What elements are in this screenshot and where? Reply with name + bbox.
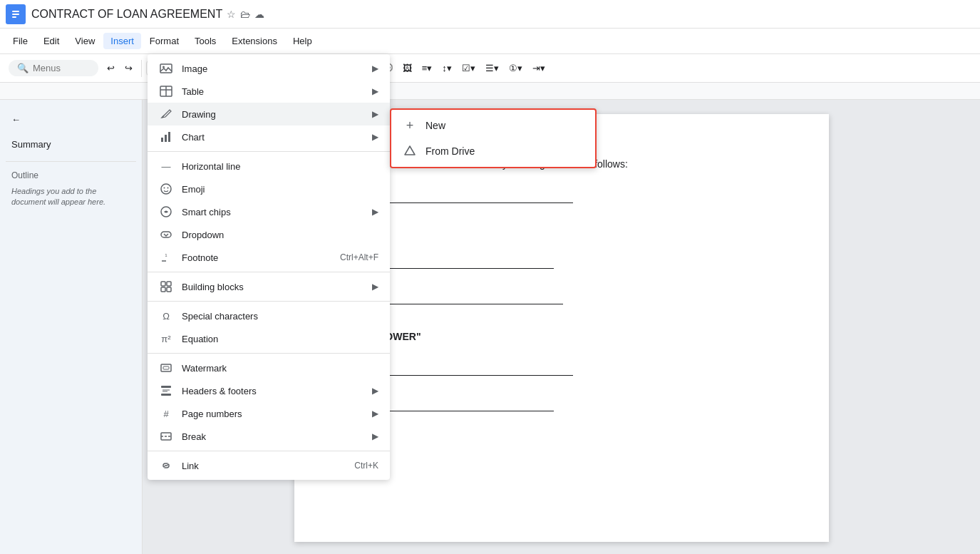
table-label: Table — [182, 86, 363, 97]
svg-marker-33 — [405, 146, 415, 155]
svg-rect-11 — [165, 135, 167, 142]
building-blocks-label: Building blocks — [182, 282, 363, 292]
image-menu-icon — [159, 61, 173, 76]
menu-item-footnote[interactable]: ¹ Footnote Ctrl+Alt+F — [148, 246, 390, 269]
svg-point-15 — [167, 188, 169, 189]
menu-item-break[interactable]: Break ▶ — [148, 425, 390, 448]
doc-line-by2: By: — [351, 401, 772, 416]
search-box[interactable]: 🔍 — [9, 60, 98, 76]
menu-extensions[interactable]: Extensions — [225, 33, 284, 49]
from-drive-label: From Drive — [425, 145, 475, 157]
chart-menu-icon — [159, 130, 173, 144]
special-chars-label: Special characters — [182, 311, 378, 322]
menu-item-smart-chips[interactable]: Smart chips ▶ — [148, 200, 390, 223]
menu-item-dropdown[interactable]: Dropdown — [148, 223, 390, 246]
doc-line-borrower: "BORROWER" — [351, 329, 772, 344]
horizontal-line-label: Horizontal line — [182, 161, 378, 172]
menu-item-table[interactable]: Table ▶ — [148, 80, 390, 103]
svg-rect-12 — [168, 132, 170, 142]
page-numbers-icon: # — [159, 406, 173, 421]
bullet-list-button[interactable]: ☰▾ — [481, 60, 503, 76]
menu-item-special-chars[interactable]: Ω Special characters — [148, 304, 390, 327]
align-button[interactable]: ≡▾ — [418, 60, 437, 76]
plus-icon: + — [403, 118, 417, 133]
smart-chips-label: Smart chips — [182, 207, 363, 217]
menu-divider-4 — [148, 353, 390, 354]
summary-label: Summary — [6, 136, 136, 155]
page-numbers-label: Page numbers — [182, 409, 363, 419]
svg-rect-23 — [167, 287, 171, 292]
svg-rect-26 — [161, 386, 171, 388]
line-spacing-button[interactable]: ↕▾ — [438, 60, 456, 76]
indent-button[interactable]: ⇥▾ — [528, 60, 550, 76]
building-blocks-arrow-icon: ▶ — [372, 282, 378, 292]
menu-item-emoji[interactable]: Emoji — [148, 178, 390, 200]
doc-line-signed2: Signed: — [351, 365, 772, 380]
top-bar: CONTRACT OF LOAN AGREEMENT ☆ 🗁 ☁ — [0, 0, 980, 29]
new-label: New — [425, 120, 445, 131]
equation-icon: π² — [159, 332, 173, 346]
svg-rect-27 — [161, 394, 171, 396]
smart-chips-arrow-icon: ▶ — [372, 207, 378, 217]
menu-insert[interactable]: Insert — [103, 33, 141, 49]
search-input[interactable] — [33, 63, 90, 73]
menu-format[interactable]: Format — [143, 33, 186, 49]
doc-content: set forth above as demonstrated by their… — [351, 157, 772, 416]
image-button[interactable]: 🖼 — [398, 60, 416, 76]
checklist-button[interactable]: ☑▾ — [458, 60, 480, 76]
emoji-menu-icon — [159, 182, 173, 196]
submenu-item-from-drive[interactable]: From Drive — [391, 138, 595, 164]
menu-item-chart[interactable]: Chart ▶ — [148, 125, 390, 148]
menu-item-watermark[interactable]: Watermark — [148, 356, 390, 379]
docs-icon — [6, 4, 26, 24]
numbered-list-button[interactable]: ①▾ — [505, 60, 527, 76]
cloud-icon[interactable]: ☁ — [254, 9, 264, 20]
svg-rect-3 — [12, 16, 16, 18]
redo-button[interactable]: ↪ — [120, 60, 137, 76]
image-label: Image — [182, 63, 363, 74]
dropdown-menu-icon — [159, 227, 173, 242]
menu-divider-1 — [148, 151, 390, 152]
menu-item-image[interactable]: Image ▶ — [148, 57, 390, 80]
sidebar-divider — [6, 161, 136, 162]
drawing-arrow-icon: ▶ — [372, 109, 378, 119]
menu-item-link[interactable]: Link Ctrl+K — [148, 454, 390, 477]
menu-item-horizontal-line[interactable]: — Horizontal line — [148, 155, 390, 178]
chart-label: Chart — [182, 132, 363, 143]
menu-tools[interactable]: Tools — [187, 33, 223, 49]
menu-item-drawing[interactable]: Drawing ▶ — [148, 103, 390, 125]
menu-view[interactable]: View — [68, 33, 102, 49]
menu-item-page-numbers[interactable]: # Page numbers ▶ — [148, 402, 390, 425]
doc-line-signed1: Signed: — [351, 193, 772, 207]
menu-item-equation[interactable]: π² Equation — [148, 327, 390, 350]
link-menu-icon — [159, 458, 173, 473]
menu-item-headers-footers[interactable]: Headers & footers ▶ — [148, 379, 390, 402]
doc-title: CONTRACT OF LOAN AGREEMENT ☆ 🗁 ☁ — [31, 8, 264, 21]
menu-divider-5 — [148, 451, 390, 451]
break-arrow-icon: ▶ — [372, 431, 378, 441]
menu-item-building-blocks[interactable]: Building blocks ▶ — [148, 275, 390, 298]
horizontal-line-icon: — — [159, 159, 173, 173]
svg-rect-20 — [161, 282, 165, 286]
submenu-item-new[interactable]: + New — [391, 113, 595, 138]
drawing-menu-icon — [159, 107, 173, 121]
equation-label: Equation — [182, 334, 378, 344]
doc-line-by1: By: — [351, 258, 772, 273]
headers-footers-label: Headers & footers — [182, 386, 363, 396]
svg-text:¹: ¹ — [165, 252, 167, 260]
menu-divider-3 — [148, 301, 390, 302]
undo-button[interactable]: ↩ — [103, 60, 119, 76]
chart-arrow-icon: ▶ — [372, 132, 378, 142]
svg-rect-21 — [167, 282, 171, 286]
svg-rect-4 — [160, 64, 172, 73]
doc-line-date: Date: — [351, 294, 772, 309]
menu-help[interactable]: Help — [286, 33, 319, 49]
menu-edit[interactable]: Edit — [36, 33, 66, 49]
table-menu-icon — [159, 84, 173, 98]
star-icon[interactable]: ☆ — [227, 9, 236, 20]
svg-point-13 — [161, 184, 171, 194]
watermark-label: Watermark — [182, 363, 378, 374]
folder-icon[interactable]: 🗁 — [240, 9, 250, 20]
back-button[interactable]: ← — [6, 111, 136, 128]
menu-file[interactable]: File — [6, 33, 35, 49]
